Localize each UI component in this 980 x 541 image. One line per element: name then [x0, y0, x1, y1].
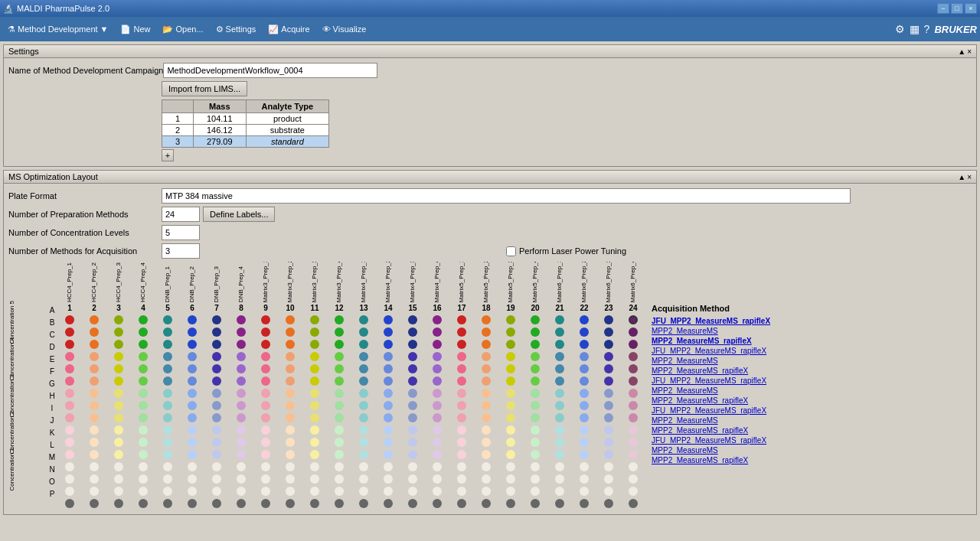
plate-cell[interactable]	[131, 388, 155, 399]
campaign-input[interactable]	[163, 63, 377, 78]
plate-cell[interactable]	[621, 376, 645, 386]
plate-cell[interactable]	[302, 388, 327, 399]
plate-cell[interactable]	[229, 425, 253, 435]
plate-cell[interactable]	[621, 498, 645, 509]
plate-cell[interactable]	[57, 388, 82, 399]
plate-cell[interactable]	[155, 412, 180, 423]
plate-cell[interactable]	[302, 363, 327, 374]
plate-cell[interactable]	[229, 461, 253, 472]
plate-cell[interactable]	[229, 351, 253, 362]
plate-cell[interactable]	[547, 425, 572, 435]
plate-cell[interactable]	[547, 400, 572, 411]
plate-cell[interactable]	[474, 351, 498, 362]
plate-cell[interactable]	[596, 314, 621, 325]
plate-cell[interactable]	[474, 376, 498, 386]
plate-cell[interactable]	[523, 314, 547, 325]
plate-cell[interactable]	[596, 412, 621, 423]
plate-cell[interactable]	[498, 327, 523, 337]
plate-cell[interactable]	[572, 363, 596, 374]
plate-cell[interactable]	[523, 425, 547, 435]
plate-cell[interactable]	[229, 474, 253, 484]
plate-cell[interactable]	[449, 437, 474, 448]
plate-cell[interactable]	[376, 327, 400, 337]
plate-cell[interactable]	[57, 327, 82, 337]
plate-cell[interactable]	[400, 339, 425, 350]
plate-cell[interactable]	[596, 376, 621, 386]
plate-cell[interactable]	[57, 498, 82, 509]
plate-cell[interactable]	[523, 376, 547, 386]
plate-cell[interactable]	[57, 474, 82, 484]
plate-cell[interactable]	[327, 327, 351, 337]
plate-cell[interactable]	[474, 425, 498, 435]
plate-cell[interactable]	[278, 351, 302, 362]
settings-collapse-icon[interactable]: ▲	[958, 47, 965, 56]
plate-cell[interactable]	[449, 314, 474, 325]
plate-cell[interactable]	[400, 327, 425, 337]
plate-cell[interactable]	[327, 314, 351, 325]
plate-cell[interactable]	[498, 363, 523, 374]
plate-cell[interactable]	[131, 498, 155, 509]
plate-cell[interactable]	[621, 339, 645, 350]
method-development-menu[interactable]: ⚗ Method Development ▼	[3, 23, 113, 36]
plate-cell[interactable]	[547, 339, 572, 350]
plate-cell[interactable]	[131, 400, 155, 411]
plate-cell[interactable]	[82, 486, 106, 497]
plate-cell[interactable]	[180, 339, 204, 350]
plate-cell[interactable]	[596, 498, 621, 509]
plate-cell[interactable]	[449, 400, 474, 411]
acq-method-item[interactable]: MPP2_MeasureMS_rapifleX	[652, 455, 814, 465]
plate-cell[interactable]	[204, 486, 229, 497]
plate-cell[interactable]	[572, 425, 596, 435]
plate-cell[interactable]	[425, 449, 449, 460]
plate-cell[interactable]	[180, 388, 204, 399]
plate-cell[interactable]	[547, 461, 572, 472]
acq-method-item[interactable]: MPP2_MeasureMS	[652, 386, 814, 396]
plate-cell[interactable]	[253, 388, 278, 399]
plate-cell[interactable]	[621, 486, 645, 497]
plate-cell[interactable]	[229, 314, 253, 325]
plate-cell[interactable]	[155, 363, 180, 374]
plate-cell[interactable]	[621, 314, 645, 325]
plate-cell[interactable]	[278, 425, 302, 435]
plate-cell[interactable]	[82, 437, 106, 448]
plate-cell[interactable]	[596, 400, 621, 411]
plate-cell[interactable]	[327, 474, 351, 484]
plate-cell[interactable]	[572, 474, 596, 484]
plate-cell[interactable]	[376, 388, 400, 399]
plate-cell[interactable]	[376, 498, 400, 509]
plate-cell[interactable]	[425, 425, 449, 435]
acq-method-item[interactable]: MPP2_MeasureMS	[652, 445, 814, 455]
plate-cell[interactable]	[82, 388, 106, 399]
plate-cell[interactable]	[302, 437, 327, 448]
plate-cell[interactable]	[400, 363, 425, 374]
plate-cell[interactable]	[229, 449, 253, 460]
plate-cell[interactable]	[400, 351, 425, 362]
plate-cell[interactable]	[253, 376, 278, 386]
plate-cell[interactable]	[131, 327, 155, 337]
plate-cell[interactable]	[180, 498, 204, 509]
plate-cell[interactable]	[547, 412, 572, 423]
plate-cell[interactable]	[278, 376, 302, 386]
plate-cell[interactable]	[425, 388, 449, 399]
title-bar-controls[interactable]: − □ ×	[937, 3, 977, 14]
plate-cell[interactable]	[57, 314, 82, 325]
plate-cell[interactable]	[82, 351, 106, 362]
plate-cell[interactable]	[523, 351, 547, 362]
plate-cell[interactable]	[523, 461, 547, 472]
plate-cell[interactable]	[351, 461, 376, 472]
plate-cell[interactable]	[376, 412, 400, 423]
plate-cell[interactable]	[523, 339, 547, 350]
plate-cell[interactable]	[425, 461, 449, 472]
plate-cell[interactable]	[449, 363, 474, 374]
plate-cell[interactable]	[253, 351, 278, 362]
plate-cell[interactable]	[57, 376, 82, 386]
plate-cell[interactable]	[376, 461, 400, 472]
plate-cell[interactable]	[204, 327, 229, 337]
plate-cell[interactable]	[351, 486, 376, 497]
plate-cell[interactable]	[400, 314, 425, 325]
acq-method-item[interactable]: MPP2_MeasureMS_rapifleX	[652, 336, 814, 346]
plate-cell[interactable]	[572, 486, 596, 497]
plate-cell[interactable]	[155, 461, 180, 472]
plate-cell[interactable]	[131, 486, 155, 497]
plate-cell[interactable]	[596, 461, 621, 472]
